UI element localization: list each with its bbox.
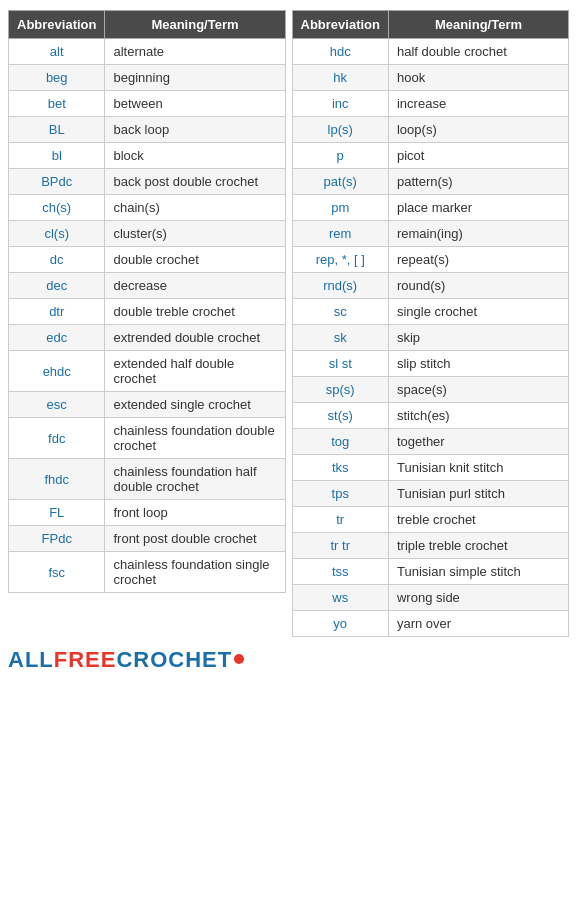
meaning-cell: extrended double crochet [105, 325, 285, 351]
abbr-cell: FPdc [9, 526, 105, 552]
table-row: betbetween [9, 91, 286, 117]
table-row: incincrease [292, 91, 569, 117]
abbr-cell: sc [292, 299, 388, 325]
table-row: BLback loop [9, 117, 286, 143]
abbr-cell: beg [9, 65, 105, 91]
meaning-cell: stitch(es) [388, 403, 568, 429]
meaning-cell: chainless foundation single crochet [105, 552, 285, 593]
table-row: decdecrease [9, 273, 286, 299]
abbr-cell: alt [9, 39, 105, 65]
meaning-cell: between [105, 91, 285, 117]
meaning-cell: double crochet [105, 247, 285, 273]
abbr-cell: hk [292, 65, 388, 91]
meaning-cell: block [105, 143, 285, 169]
meaning-cell: place marker [388, 195, 568, 221]
page-wrapper: Abbreviation Meaning/Term altalternatebe… [0, 0, 577, 685]
table-row: sl stslip stitch [292, 351, 569, 377]
abbr-cell: lp(s) [292, 117, 388, 143]
meaning-cell: Tunisian knit stitch [388, 455, 568, 481]
meaning-cell: decrease [105, 273, 285, 299]
abbr-cell: BPdc [9, 169, 105, 195]
table-row: dtrdouble treble crochet [9, 299, 286, 325]
table-row: fdcchainless foundation double crochet [9, 418, 286, 459]
meaning-cell: single crochet [388, 299, 568, 325]
meaning-cell: chainless foundation double crochet [105, 418, 285, 459]
abbr-cell: tog [292, 429, 388, 455]
abbr-cell: sp(s) [292, 377, 388, 403]
table-row: FLfront loop [9, 500, 286, 526]
brand-crochet: CROCHET [116, 647, 232, 672]
abbr-cell: ws [292, 585, 388, 611]
meaning-cell: chainless foundation half double crochet [105, 459, 285, 500]
abbr-cell: bl [9, 143, 105, 169]
abbr-cell: rep, *, [ ] [292, 247, 388, 273]
table-row: remremain(ing) [292, 221, 569, 247]
left-header-abbr: Abbreviation [9, 11, 105, 39]
abbr-cell: hdc [292, 39, 388, 65]
meaning-cell: yarn over [388, 611, 568, 637]
meaning-cell: front post double crochet [105, 526, 285, 552]
tables-container: Abbreviation Meaning/Term altalternatebe… [8, 10, 569, 637]
brand-all: ALL [8, 647, 54, 672]
abbr-cell: tr [292, 507, 388, 533]
table-row: BPdcback post double crochet [9, 169, 286, 195]
meaning-cell: back post double crochet [105, 169, 285, 195]
table-row: escextended single crochet [9, 392, 286, 418]
meaning-cell: skip [388, 325, 568, 351]
brand-dot-icon [234, 654, 244, 664]
meaning-cell: together [388, 429, 568, 455]
abbr-cell: tr tr [292, 533, 388, 559]
meaning-cell: space(s) [388, 377, 568, 403]
abbr-cell: fdc [9, 418, 105, 459]
meaning-cell: front loop [105, 500, 285, 526]
meaning-cell: extended single crochet [105, 392, 285, 418]
meaning-cell: back loop [105, 117, 285, 143]
brand-free: FREE [54, 647, 117, 672]
abbr-cell: BL [9, 117, 105, 143]
abbr-cell: FL [9, 500, 105, 526]
table-row: pat(s)pattern(s) [292, 169, 569, 195]
meaning-cell: extended half double crochet [105, 351, 285, 392]
meaning-cell: chain(s) [105, 195, 285, 221]
abbr-cell: dc [9, 247, 105, 273]
meaning-cell: loop(s) [388, 117, 568, 143]
table-row: ch(s)chain(s) [9, 195, 286, 221]
abbr-cell: tks [292, 455, 388, 481]
table-row: hdchalf double crochet [292, 39, 569, 65]
table-row: hkhook [292, 65, 569, 91]
table-row: tssTunisian simple stitch [292, 559, 569, 585]
table-row: ppicot [292, 143, 569, 169]
table-row: fhdcchainless foundation half double cro… [9, 459, 286, 500]
table-row: skskip [292, 325, 569, 351]
table-row: sp(s)space(s) [292, 377, 569, 403]
abbr-cell: pat(s) [292, 169, 388, 195]
table-row: trtreble crochet [292, 507, 569, 533]
abbr-cell: esc [9, 392, 105, 418]
left-header-meaning: Meaning/Term [105, 11, 285, 39]
meaning-cell: beginning [105, 65, 285, 91]
meaning-cell: round(s) [388, 273, 568, 299]
right-header-meaning: Meaning/Term [388, 11, 568, 39]
left-table: Abbreviation Meaning/Term altalternatebe… [8, 10, 286, 593]
table-row: tksTunisian knit stitch [292, 455, 569, 481]
table-row: begbeginning [9, 65, 286, 91]
table-row: st(s)stitch(es) [292, 403, 569, 429]
table-row: yoyarn over [292, 611, 569, 637]
table-row: wswrong side [292, 585, 569, 611]
table-row: dcdouble crochet [9, 247, 286, 273]
table-row: ehdcextended half double crochet [9, 351, 286, 392]
abbr-cell: sl st [292, 351, 388, 377]
right-header-abbr: Abbreviation [292, 11, 388, 39]
meaning-cell: Tunisian purl stitch [388, 481, 568, 507]
meaning-cell: hook [388, 65, 568, 91]
meaning-cell: pattern(s) [388, 169, 568, 195]
abbr-cell: yo [292, 611, 388, 637]
meaning-cell: double treble crochet [105, 299, 285, 325]
right-table: Abbreviation Meaning/Term hdchalf double… [292, 10, 570, 637]
meaning-cell: slip stitch [388, 351, 568, 377]
table-row: pmplace marker [292, 195, 569, 221]
meaning-cell: remain(ing) [388, 221, 568, 247]
meaning-cell: repeat(s) [388, 247, 568, 273]
abbr-cell: tps [292, 481, 388, 507]
table-row: tr trtriple treble crochet [292, 533, 569, 559]
